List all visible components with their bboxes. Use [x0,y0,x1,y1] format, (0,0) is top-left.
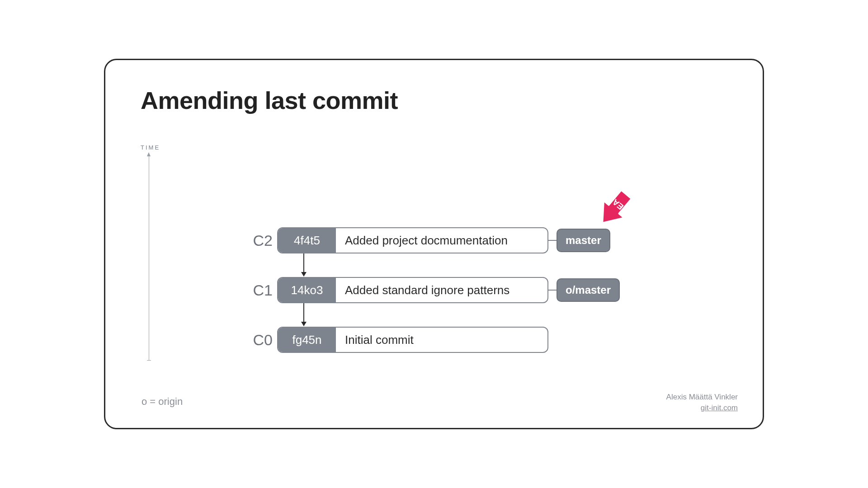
time-axis-label: TIME [141,144,160,151]
parent-arrow-icon [303,303,304,326]
commit-row-c2: C2 4f4t5 Added project docmumentation ma… [241,227,610,253]
head-pointer-icon: HEAD [585,184,643,234]
commit-hash: 4f4t5 [278,228,336,253]
commit-box: 14ko3 Added standard ignore patterns [277,277,548,303]
commit-label: C2 [241,232,273,249]
branch-connector [548,240,557,241]
slide-title: Amending last commit [141,86,398,114]
commit-row-c0: C0 fg45n Initial commit [241,327,548,353]
branch-tag-origin-master: o/master [557,278,620,302]
author-site: git-init.com [666,403,738,413]
time-axis [149,153,149,361]
branch-tag-master: master [557,229,610,252]
parent-arrow-icon [303,253,304,276]
commit-hash: fg45n [278,328,336,352]
commit-row-c1: C1 14ko3 Added standard ignore patterns … [241,277,620,303]
commit-hash: 14ko3 [278,278,336,302]
commit-message: Added standard ignore patterns [336,283,509,297]
svg-marker-0 [592,186,637,232]
commit-label: C0 [241,331,273,349]
commit-message: Added project docmumentation [336,234,508,248]
commit-message: Initial commit [336,333,414,347]
commit-box: 4f4t5 Added project docmumentation [277,227,548,253]
branch-connector [548,290,557,291]
legend-text: o = origin [142,396,183,408]
author-name: Alexis Määttä Vinkler [666,392,738,403]
slide-frame: Amending last commit TIME C2 4f4t5 Added… [104,59,764,429]
commit-box: fg45n Initial commit [277,327,548,353]
attribution: Alexis Määttä Vinkler git-init.com [666,392,738,413]
commit-label: C1 [241,282,273,299]
head-label: HEAD [606,193,630,215]
